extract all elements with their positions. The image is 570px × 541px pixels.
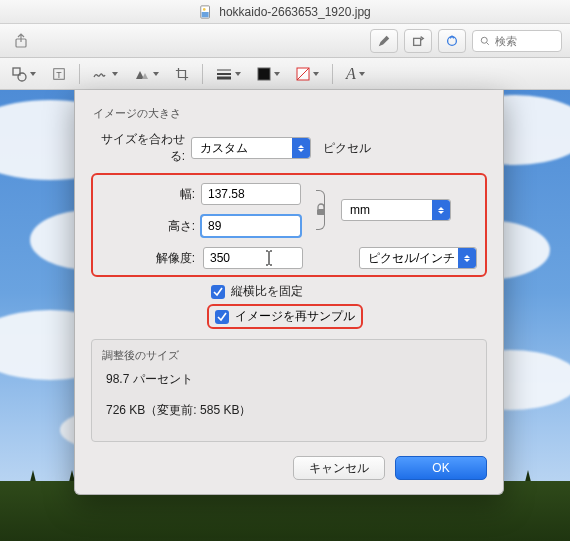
svg-point-8 [18,73,26,81]
svg-rect-13 [317,209,325,215]
fit-to-label: サイズを合わせる: [91,131,185,165]
chevron-updown-icon [458,248,476,268]
fill-color-tool[interactable] [254,62,283,86]
adjust-color-tool[interactable] [131,62,162,86]
resample-highlight: イメージを再サンプル [207,304,363,329]
resolution-input[interactable] [203,247,303,269]
checkbox-checked-icon[interactable] [215,310,229,324]
format-toolbar: T A [0,58,570,90]
lock-icon[interactable] [313,202,329,218]
height-label: 高さ: [101,218,195,235]
file-icon [199,5,213,19]
cancel-button[interactable]: キャンセル [293,456,385,480]
stroke-color-tool[interactable] [293,62,322,86]
main-toolbar [0,24,570,58]
rotate-button[interactable] [404,29,432,53]
signature-tool[interactable] [90,62,121,86]
svg-rect-11 [258,68,270,80]
share-icon[interactable] [8,28,34,54]
window-titlebar: hokkaido-2663653_1920.jpg [0,0,570,24]
ok-button[interactable]: OK [395,456,487,480]
markup-pencil-button[interactable] [370,29,398,53]
text-tool[interactable]: T [49,62,69,86]
svg-point-2 [203,8,206,11]
resulting-size-panel: 調整後のサイズ 98.7 パーセント 726 KB（変更前: 585 KB） [91,339,487,442]
search-icon [479,35,491,47]
shape-tool[interactable] [8,62,39,86]
width-label: 幅: [101,186,195,203]
resulting-bytes: 726 KB（変更前: 585 KB） [106,402,472,419]
chevron-updown-icon [432,200,450,220]
search-box[interactable] [472,30,562,52]
resulting-percent: 98.7 パーセント [106,371,472,388]
width-input[interactable] [201,183,301,205]
line-style-tool[interactable] [213,62,244,86]
resulting-size-title: 調整後のサイズ [102,348,476,363]
crop-tool[interactable] [172,62,192,86]
svg-point-5 [448,36,457,45]
lock-aspect-checkbox[interactable]: 縦横比を固定 [211,283,487,300]
annotate-button[interactable] [438,29,466,53]
resolution-unit-select[interactable]: ピクセル/インチ [359,247,477,269]
font-style-tool[interactable]: A [343,62,368,86]
image-size-dialog: イメージの大きさ サイズを合わせる: カスタム ピクセル 幅: mm [74,90,504,495]
height-input[interactable] [201,215,301,237]
dialog-title: イメージの大きさ [93,106,485,121]
checkbox-checked-icon [211,285,225,299]
window-title: hokkaido-2663653_1920.jpg [219,5,370,19]
fit-unit-label: ピクセル [323,140,371,157]
search-input[interactable] [495,35,555,47]
image-canvas: イメージの大きさ サイズを合わせる: カスタム ピクセル 幅: mm [0,90,570,541]
svg-rect-1 [202,12,209,17]
resample-label: イメージを再サンプル [235,308,355,325]
resolution-label: 解像度: [101,250,195,267]
dimensions-highlight: 幅: mm 高さ: 解像度: [91,173,487,277]
svg-rect-4 [414,38,421,45]
svg-point-6 [481,37,487,43]
svg-text:T: T [56,69,62,79]
chevron-updown-icon [292,138,310,158]
fit-to-select[interactable]: カスタム [191,137,311,159]
unit-select[interactable]: mm [341,199,451,221]
